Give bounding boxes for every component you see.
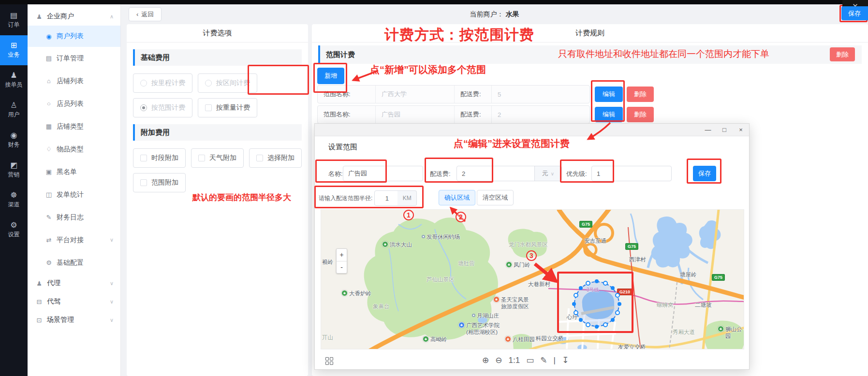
map-tool-icon[interactable]: ▭ xyxy=(526,355,534,365)
option-mark-icon xyxy=(205,104,212,111)
priority-input[interactable] xyxy=(592,170,671,177)
rail-item-label: 渠道 xyxy=(8,201,20,209)
edit-range-button[interactable]: 编辑 xyxy=(595,107,623,122)
maximize-icon[interactable]: □ xyxy=(716,124,733,136)
sidebar-item[interactable]: ○ 店员列表 xyxy=(28,92,120,115)
rail-item-label: 接单员 xyxy=(5,81,23,89)
rail-item[interactable]: ◉ 财务 xyxy=(0,125,28,155)
circle-handle[interactable] xyxy=(595,279,599,283)
sidebar-item[interactable]: ⊡ 场景管理 ∨ xyxy=(28,311,120,329)
radius-input[interactable] xyxy=(375,195,399,202)
sidebar-item-label: 财务日志 xyxy=(57,213,84,222)
range-fee-value[interactable] xyxy=(492,106,589,123)
fee-option[interactable]: 按区间计费 xyxy=(198,73,257,93)
circle-handle[interactable] xyxy=(586,281,590,286)
sidebar-item[interactable]: ♢ 物品类型 xyxy=(28,138,120,160)
map-label: 秀厢大道 xyxy=(673,329,695,336)
rail-item-label: 财务 xyxy=(8,141,20,149)
delete-range-button[interactable]: 删除 xyxy=(627,87,654,102)
range-name-input[interactable] xyxy=(382,91,448,98)
map-tool-icon[interactable]: ↧ xyxy=(562,355,569,365)
map-tool-icon[interactable]: | xyxy=(553,356,555,365)
circle-handle[interactable] xyxy=(579,318,583,322)
rail-item[interactable]: ▤ 订单 xyxy=(0,5,28,35)
map-label-text: 秀厢大道 xyxy=(673,329,695,336)
sidebar-item[interactable]: ⊟ 代驾 ∨ xyxy=(28,292,120,311)
sidebar-item[interactable]: ✎ 财务日志 xyxy=(28,206,120,229)
circle-handle[interactable] xyxy=(611,286,615,290)
circle-handle[interactable] xyxy=(572,302,576,306)
fee-input[interactable] xyxy=(457,170,534,177)
rail-item[interactable]: ⚙ 设置 xyxy=(0,215,28,245)
fee-option[interactable]: 按重量计费 xyxy=(198,98,257,117)
fee-field[interactable]: 元 ∨ xyxy=(456,166,562,181)
circle-handle[interactable] xyxy=(574,310,578,315)
map-canvas[interactable]: + - 发哥休闲钓场 洪水大山 裉岭 xyxy=(321,209,744,349)
sidebar-item[interactable]: ⚙ 基础配置 xyxy=(28,251,120,274)
fee-option[interactable]: 范围附加 xyxy=(133,173,186,192)
sidebar-item[interactable]: ◫ 发单统计 xyxy=(28,183,120,206)
range-name-input[interactable] xyxy=(382,111,448,118)
delete-range-billing-button[interactable]: 删除 xyxy=(830,47,855,61)
sidebar-item-icon: ◫ xyxy=(45,191,53,198)
chevron-down-icon: ∨ xyxy=(551,171,554,176)
sidebar-item-label: 店铺列表 xyxy=(57,77,84,86)
range-fee-input[interactable] xyxy=(498,91,584,98)
sidebar-item[interactable]: ⇄ 平台对接 ∨ xyxy=(28,229,120,251)
edit-range-button[interactable]: 编辑 xyxy=(595,87,623,102)
confirm-area-button[interactable]: 确认区域 xyxy=(439,190,475,205)
rail-item-label: 营销 xyxy=(8,171,20,179)
range-name-value[interactable] xyxy=(376,106,454,123)
rail-item[interactable]: ♟ 接单员 xyxy=(0,65,28,95)
fee-option[interactable]: 时段附加 xyxy=(133,148,186,168)
clear-area-button[interactable]: 清空区域 xyxy=(477,190,514,205)
rail-item[interactable]: ☸ 渠道 xyxy=(0,185,28,215)
delete-range-button[interactable]: 删除 xyxy=(627,107,654,122)
sidebar-item[interactable]: ▣ 黑名单 xyxy=(28,160,120,183)
name-field[interactable] xyxy=(343,166,423,181)
map-tool-icon[interactable]: 1:1 xyxy=(509,356,520,365)
sidebar-item[interactable]: ♟ 企业商户 ∧ xyxy=(28,7,120,26)
circle-handle[interactable] xyxy=(618,302,621,306)
close-icon[interactable]: × xyxy=(733,124,749,136)
sidebar-item[interactable]: ▦ 店铺类型 xyxy=(28,115,120,138)
rail-item[interactable]: ◩ 营销 xyxy=(0,155,28,185)
sidebar-item-label: 场景管理 xyxy=(47,316,74,324)
range-name-value[interactable] xyxy=(376,86,454,103)
sidebar-item[interactable]: ◉ 商户列表 xyxy=(28,26,120,47)
fee-option[interactable]: 天气附加 xyxy=(191,148,244,168)
range-fee-value[interactable] xyxy=(492,86,589,103)
map-label-text: 发哥休闲钓场 xyxy=(427,234,460,241)
grid-icon[interactable] xyxy=(325,357,333,365)
map-tool-icon[interactable]: ⊖ xyxy=(495,355,502,365)
sidebar-item[interactable]: ⌂ 店铺列表 xyxy=(28,70,120,92)
minimize-icon[interactable]: — xyxy=(700,124,716,136)
circle-handle[interactable] xyxy=(595,325,599,329)
map-zoom-out-button[interactable]: - xyxy=(337,261,347,274)
map-tool-icon[interactable]: ✎ xyxy=(540,355,547,365)
save-range-button[interactable]: 保存 xyxy=(693,166,716,181)
sidebar-item[interactable]: ▤ 订单管理 xyxy=(28,47,120,70)
circle-handle[interactable] xyxy=(574,293,578,298)
sidebar-item[interactable]: ♟ 代理 ∨ xyxy=(28,274,120,292)
unit-select[interactable]: 元 ∨ xyxy=(534,166,561,181)
map-marker-icon xyxy=(472,314,475,317)
fee-option[interactable]: 按里程计费 xyxy=(133,73,192,93)
rail-item[interactable]: ⊞ 业务 xyxy=(0,35,28,65)
sidebar-item-icon: ▦ xyxy=(45,123,53,130)
add-range-button[interactable]: 新增 xyxy=(317,68,344,84)
fee-option[interactable]: 选择附加 xyxy=(249,148,302,168)
radius-field[interactable] xyxy=(374,190,399,206)
map-tool-icon[interactable]: ⊕ xyxy=(482,355,489,365)
circle-handle[interactable] xyxy=(579,286,583,290)
circle-handle[interactable] xyxy=(603,281,608,286)
map-label-text: 友爱立交桥 xyxy=(618,344,646,349)
map-label: 螺蛳窝 xyxy=(657,302,674,309)
priority-field[interactable] xyxy=(591,166,672,181)
range-fee-input[interactable] xyxy=(498,111,584,118)
map-zoom-in-button[interactable]: + xyxy=(337,249,347,261)
rail-item[interactable]: ♙ 用户 xyxy=(0,95,28,125)
save-button-top[interactable]: 保存 xyxy=(841,6,868,20)
name-input[interactable] xyxy=(343,170,423,177)
fee-option[interactable]: 按范围计费 xyxy=(133,98,192,117)
